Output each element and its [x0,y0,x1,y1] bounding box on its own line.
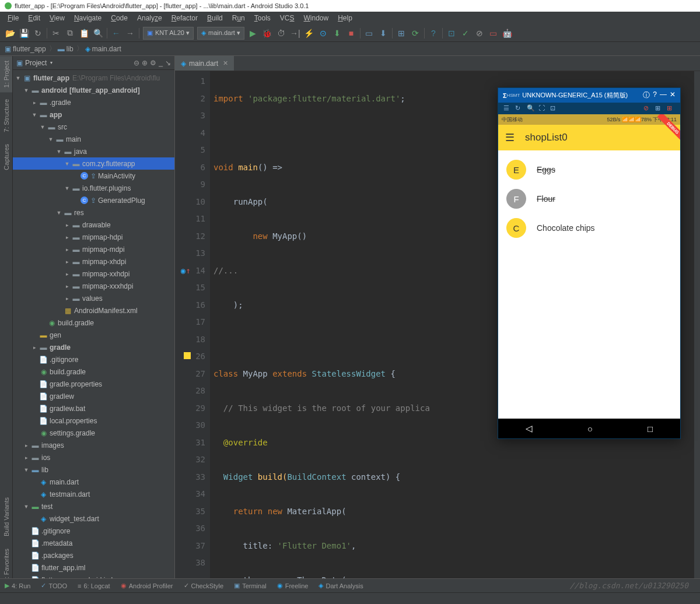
tool3-icon[interactable]: ⊘ [474,28,485,38]
tree-item[interactable]: ◉build.gradle [13,366,174,378]
project-structure-icon[interactable]: ⊞ [396,28,407,38]
open-icon[interactable]: 📂 [5,28,15,38]
tree-item[interactable]: ▸▬mipmap-xhdpi [13,255,174,268]
paste-icon[interactable]: 📋 [79,28,89,38]
profile-icon[interactable]: ⏱ [276,28,286,38]
tree-item[interactable]: ▼▬test [13,500,174,512]
android-icon[interactable]: 🤖 [502,28,513,38]
close-icon[interactable]: ✕ [223,59,228,67]
zoom-icon[interactable]: 🔍 [527,104,535,113]
avd-icon[interactable]: ▭ [364,28,374,38]
back-icon[interactable]: ← [111,28,121,38]
tree-item[interactable]: 📄.gitignore [13,353,174,366]
block-icon[interactable]: ⊘ [643,104,652,113]
side-tab-captures[interactable]: Captures [0,139,12,175]
tree-item[interactable]: ▸▬drawable [13,219,174,231]
tree-item[interactable]: 📄gradle.properties [13,378,174,390]
menu-tools[interactable]: Tools [250,13,275,23]
breadcrumb-file[interactable]: ◈main.dart [85,45,121,53]
project-tree[interactable]: ▼▣flutter_appE:\Program Files\Android\fl… [13,70,174,587]
settings-icon[interactable]: ⚙ [150,59,156,67]
menu-edit[interactable]: Edit [23,13,45,23]
tree-item[interactable]: ▸▬mipmap-mdpi [13,243,174,255]
hamburger-icon[interactable]: ☰ [505,131,514,144]
expand-icon[interactable]: ⛶ [538,104,547,113]
tree-item[interactable]: ▦AndroidManifest.xml [13,304,174,317]
menu-window[interactable]: Window [299,13,333,23]
tree-item[interactable]: 📄local.properties [13,415,174,427]
menu-navigate[interactable]: Navigate [69,13,106,23]
help-icon[interactable]: ? [653,90,657,100]
hot-reload-icon[interactable]: ⚡ [304,28,314,38]
stop-icon[interactable]: ⬇ [332,28,342,38]
tree-item[interactable]: ▸▬mipmap-xxxhdpi [13,280,174,292]
sdk-icon[interactable]: ⬇ [378,28,388,38]
screenshot-icon[interactable]: ⊡ [550,104,558,113]
grid2-icon[interactable]: ⊞ [667,104,675,113]
tool4-icon[interactable]: ▭ [488,28,499,38]
run-config-selector[interactable]: ◈main.dart ▾ [197,27,244,40]
target-icon[interactable]: ⊕ [142,59,148,67]
collapse-icon[interactable]: ⊖ [134,59,139,67]
list-item[interactable]: EEggs [498,155,680,184]
list-item[interactable]: CChocolate chips [498,213,680,243]
attach-icon[interactable]: →| [290,28,300,38]
tree-item[interactable]: ▼▬java [13,145,174,157]
tool2-icon[interactable]: ✓ [460,28,471,38]
observatory-icon[interactable]: ⊙ [318,28,328,38]
bottom-run[interactable]: ▶4: Run [5,582,30,589]
tree-item[interactable]: ▼▬res [13,206,174,219]
tree-item[interactable]: ▸▬ios [13,451,174,463]
sync-gradle-icon[interactable]: ⟳ [410,28,421,38]
menu-analyze[interactable]: Analyze [132,13,167,23]
debug-icon[interactable]: 🐞 [262,28,272,38]
breadcrumb-folder[interactable]: ▬lib [58,45,74,53]
side-tab-structure[interactable]: 7: Structure [0,94,12,137]
info-icon[interactable]: ⓘ [643,90,650,100]
grid-icon[interactable]: ⊞ [655,104,663,113]
save-icon[interactable]: 💾 [19,28,29,38]
emulator-window[interactable]: ΣHSMT UNKNOWN-GENERIC_A15 (精简版) ⓘ ? — ✕ … [498,87,681,439]
help-icon[interactable]: ? [428,28,439,38]
tree-item[interactable]: ▼▬lib [13,463,174,476]
more-icon[interactable]: ↘ [165,59,171,67]
tree-item[interactable]: ▸▬.gradle [13,96,174,108]
tree-item[interactable]: ▸▬mipmap-hdpi [13,231,174,243]
bottom-todo[interactable]: ✓TODO [41,582,67,589]
tree-item[interactable]: ▸▬values [13,292,174,304]
bottom-checkstyle[interactable]: ✓CheckStyle [184,582,224,589]
menu-help[interactable]: Help [333,13,357,23]
menu-run[interactable]: Run [228,13,250,23]
tree-item[interactable]: ▼▬app [13,108,174,121]
tree-item[interactable]: 📄.metadata [13,537,174,549]
bottom-profiler[interactable]: ◉Android Profiler [121,582,173,589]
tree-item[interactable]: ◉build.gradle [13,317,174,329]
phone-body[interactable]: EEggsFFlourCChocolate chips [498,150,680,419]
tree-item[interactable]: 📄gradlew [13,390,174,402]
tree-item[interactable]: ▼▬main [13,133,174,145]
tree-item[interactable]: ▸▬gradle [13,341,174,353]
editor-tab[interactable]: ◈main.dart✕ [175,56,235,71]
refresh-icon[interactable]: ↻ [515,104,523,113]
tree-item[interactable]: ▸▬mipmap-xxhdpi [13,268,174,280]
copy-icon[interactable]: ⧉ [65,28,75,38]
tree-item[interactable]: ▼▬src [13,121,174,133]
tree-item[interactable]: ◈widget_test.dart [13,512,174,525]
bottom-terminal[interactable]: ▣Terminal [234,582,267,589]
bottom-dart[interactable]: ◈Dart Analysis [318,582,363,589]
sync-icon[interactable]: ↻ [33,28,43,38]
run-icon[interactable]: ▶ [248,28,258,38]
tree-item[interactable]: ▼▬io.flutter.plugins [13,182,174,194]
bottom-logcat[interactable]: ≡6: Logcat [78,582,110,589]
forward-icon[interactable]: → [125,28,135,38]
list-item[interactable]: FFlour [498,184,680,213]
menu-file[interactable]: File [3,13,23,23]
tree-item[interactable]: ▬gen [13,329,174,341]
stop2-icon[interactable]: ■ [346,28,356,38]
tree-item[interactable]: ◉settings.gradle [13,427,174,439]
list-icon[interactable]: ☰ [503,104,512,113]
close-icon[interactable]: ✕ [670,90,676,100]
recent-button[interactable]: □ [648,424,653,434]
tree-item[interactable]: 📄.packages [13,549,174,561]
menu-vcs[interactable]: VCS [275,13,299,23]
